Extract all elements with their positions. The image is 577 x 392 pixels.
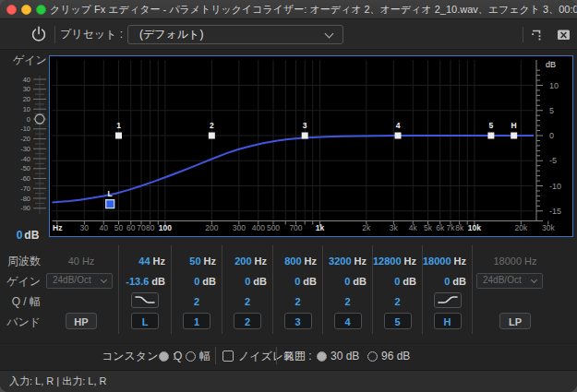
band-toggle-button-2[interactable]: 2 [234,313,261,329]
eq-handle-H[interactable] [511,133,517,139]
svg-text:-30: -30 [20,145,30,153]
svg-text:-40: -40 [20,155,30,163]
band-toggle-button-LP[interactable]: LP [499,313,531,329]
low-shelf-icon-button[interactable] [131,292,159,308]
band-column-1: 50Hz0dB21 [171,245,222,334]
noiseless-checkbox[interactable] [222,350,234,362]
band-gain-value[interactable]: -13.6dB [119,273,171,290]
band-frequency-value[interactable]: 44Hz [119,253,171,269]
eq-handle-L[interactable] [106,200,114,208]
range-30db-radio[interactable] [317,351,327,362]
band-column-2: 200Hz0dB22 [222,245,272,334]
band-gain-value[interactable]: 0dB [222,273,272,290]
band-gain-value[interactable]: 0dB [273,273,322,290]
master-gain-knob[interactable] [35,114,44,124]
toolbar: プリセット : (デフォルト) [0,19,577,50]
svg-text:4k: 4k [409,223,418,232]
eq-handle-label-1: 1 [116,121,121,130]
svg-text:-10: -10 [20,125,30,133]
svg-text:400: 400 [252,223,265,232]
band-frequency-value[interactable]: 50Hz [172,253,222,269]
band-q-value[interactable]: 2 [172,293,222,310]
frequency-row-label: 周波数 [7,253,41,269]
band-toggle-button-HP[interactable]: HP [66,313,97,329]
band-frequency-value[interactable]: 200Hz [222,253,272,269]
slope-select[interactable]: 24dB/Oct [46,273,113,289]
high-shelf-icon-button[interactable] [434,292,462,308]
band-toggle-button-5[interactable]: 5 [384,313,412,329]
svg-text:200: 200 [205,223,218,232]
eq-graph[interactable]: 1050-5-10-15dBHz304050607080100200300400… [49,55,573,237]
band-toggle-button-L[interactable]: L [131,313,159,329]
svg-text:1k: 1k [316,223,325,232]
band-frequency-value[interactable]: 800Hz [273,253,322,269]
gain-row-label: ゲイン [6,273,41,290]
options-divider [0,343,577,344]
band-toggle-button-1[interactable]: 1 [183,313,210,329]
svg-text:20: 20 [23,95,30,103]
constant-width-radio[interactable] [186,351,196,362]
minimize-window-button[interactable] [21,5,31,15]
range-96db-radio[interactable] [367,351,378,362]
band-toggle-button-H[interactable]: H [434,313,462,329]
band-q-value[interactable]: 2 [373,293,422,310]
chevron-down-icon [531,277,537,283]
constant-width-label: 幅 [199,348,210,364]
band-column-LP: 18000 Hz24dB/OctLP [472,245,558,334]
close-editor-icon[interactable] [556,27,571,42]
svg-text:40: 40 [100,223,109,232]
svg-text:-20: -20 [20,135,30,143]
title-bar: クリップ Fx エディター - パラメトリックイコライザー: オーディオ 2、オ… [0,0,577,19]
clip-routing-icon[interactable] [530,27,546,42]
preset-value: (デフォルト) [139,28,203,41]
band-gain-value[interactable]: 0dB [423,273,472,290]
svg-text:30: 30 [23,85,30,93]
band-gain-value[interactable]: 0dB [323,273,372,290]
svg-text:2k: 2k [362,223,371,232]
band-gain-value[interactable]: 0dB [172,273,222,290]
constant-q-radio[interactable] [159,351,169,362]
slope-value: 24dB/Oct [53,275,91,285]
svg-text:-5: -5 [549,156,557,165]
eq-handle-1[interactable] [115,133,122,139]
svg-text:70: 70 [137,223,146,232]
band-frequency-value[interactable]: 12800Hz [373,253,422,269]
svg-text:40: 40 [23,76,30,84]
svg-text:0: 0 [27,115,30,124]
svg-text:-50: -50 [20,164,30,172]
master-gain-unit: dB [24,229,39,242]
band-q-value[interactable]: 2 [273,293,322,310]
band-row-label: バンド [6,314,41,330]
band-q-value[interactable]: 2 [222,293,272,310]
power-toggle-button[interactable] [30,25,48,43]
close-window-button[interactable] [6,5,17,15]
chevron-down-icon [101,277,107,283]
svg-text:60: 60 [126,223,136,232]
svg-text:20k: 20k [514,223,527,232]
zoom-window-button[interactable] [36,5,46,15]
band-toggle-button-4[interactable]: 4 [334,313,362,329]
eq-handle-4[interactable] [395,133,402,139]
eq-handle-2[interactable] [209,133,215,139]
band-frequency-value[interactable]: 3200Hz [323,253,372,269]
svg-text:-10: -10 [549,182,561,191]
svg-text:10: 10 [23,105,30,113]
eq-handle-3[interactable] [302,133,308,139]
band-frequency-value[interactable]: 18000Hz [423,253,472,269]
master-gain-readout[interactable]: 0dB [4,229,52,242]
master-gain-slider[interactable]: 403020100-10-20-30-40-50-60-70-80-90 [6,65,54,231]
slope-select[interactable]: 24dB/Oct [476,273,543,289]
chevron-down-icon [325,30,334,39]
band-column-3: 800Hz0dB23 [272,245,322,334]
band-frequency-value: 18000 Hz [473,253,558,269]
toolbar-separator [523,27,523,42]
svg-text:-80: -80 [20,195,30,203]
svg-text:100: 100 [159,223,172,232]
band-column-4: 3200Hz0dB24 [322,245,372,334]
band-gain-value[interactable]: 0dB [373,273,422,290]
preset-select[interactable]: (デフォルト) [127,25,343,44]
band-q-value[interactable]: 2 [323,293,372,310]
band-toggle-button-3[interactable]: 3 [284,313,312,329]
svg-text:5k: 5k [424,223,433,232]
eq-handle-5[interactable] [487,133,494,139]
